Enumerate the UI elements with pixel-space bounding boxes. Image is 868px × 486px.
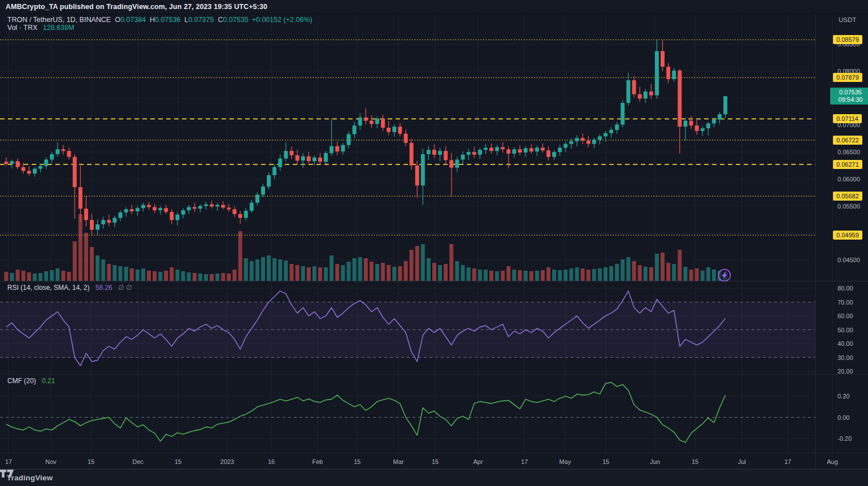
rsi-tick-label: 80.00 bbox=[837, 285, 853, 292]
volume-label: Vol · TRX bbox=[7, 24, 37, 32]
time-tick-label: Jul bbox=[738, 458, 746, 465]
time-tick-label: 2023 bbox=[220, 458, 234, 465]
rsi-tick-label: 30.00 bbox=[837, 354, 853, 361]
time-tick-label: 15 bbox=[432, 458, 439, 465]
tradingview-published-chart: TRON / TetherUS, 1D, BINANCEO0.07384H0.0… bbox=[0, 0, 868, 486]
time-tick-label: Nov bbox=[45, 458, 57, 465]
time-tick-label: Feb bbox=[313, 458, 323, 465]
ohlc-key: H bbox=[150, 16, 155, 24]
ohlc-values: O0.07384H0.07536L0.07375C0.07535 bbox=[111, 16, 249, 24]
volume-value: 128.638M bbox=[43, 24, 75, 32]
change-value: +0.00152 (+2.06%) bbox=[252, 16, 313, 24]
price-tick-label: 0.05500 bbox=[837, 203, 860, 210]
rsi-legend-title: RSI (14, close, SMA, 14, 2) bbox=[7, 284, 89, 292]
time-tick-label: 15 bbox=[175, 458, 181, 465]
rsi-tick-label: 40.00 bbox=[837, 340, 853, 347]
bar-countdown: 09:54:30 bbox=[832, 96, 868, 103]
price-level-label[interactable]: 0.08579 bbox=[833, 35, 862, 44]
ohlc-value: 0.07375 bbox=[188, 16, 214, 24]
time-tick-label: 15 bbox=[354, 458, 361, 465]
ohlc-value: 0.07384 bbox=[120, 16, 146, 24]
last-price-label[interactable]: 0.07535 09:54:30 bbox=[830, 88, 868, 105]
price-level-label[interactable]: 0.05682 bbox=[833, 192, 862, 201]
label-overlay: TRON / TetherUS, 1D, BINANCEO0.07384H0.0… bbox=[0, 0, 868, 486]
time-tick-label: 17 bbox=[784, 458, 791, 465]
rsi-value: 58.26 bbox=[96, 284, 112, 292]
rsi-tick-label: 60.00 bbox=[837, 313, 853, 319]
symbol-title: TRON / TetherUS, 1D, BINANCE bbox=[7, 16, 111, 24]
rsi-tick-label: 70.00 bbox=[837, 299, 853, 306]
price-level-label[interactable]: 0.07114 bbox=[833, 114, 862, 123]
price-level-label[interactable]: 0.06271 bbox=[833, 160, 862, 169]
time-tick-label: 15 bbox=[692, 458, 698, 465]
price-level-label[interactable]: 0.04959 bbox=[833, 231, 862, 240]
time-tick-label: Apr bbox=[473, 458, 483, 465]
price-tick-label: 0.04500 bbox=[837, 257, 860, 263]
price-level-label[interactable]: 0.07879 bbox=[833, 73, 862, 82]
last-price-value: 0.07535 bbox=[832, 89, 868, 96]
footer-bar: TradingView bbox=[0, 469, 868, 486]
time-tick-label: May bbox=[559, 458, 571, 465]
time-tick-label: Dec bbox=[132, 458, 144, 465]
price-tick-label: 0.06000 bbox=[837, 176, 860, 183]
price-level-label[interactable]: 0.06722 bbox=[833, 136, 862, 145]
volume-legend[interactable]: Vol · TRX 128.638M bbox=[7, 24, 74, 32]
price-axis-unit: USDT bbox=[839, 16, 856, 23]
attribution-bar: AMBCrypto_TA published on TradingView.co… bbox=[0, 0, 868, 14]
symbol-legend[interactable]: TRON / TetherUS, 1D, BINANCEO0.07384H0.0… bbox=[7, 16, 313, 24]
price-tick-label: 0.06500 bbox=[837, 149, 860, 155]
cmf-tick-label: 0.00 bbox=[837, 414, 849, 421]
cmf-value: 0.21 bbox=[42, 377, 55, 385]
time-tick-label: 15 bbox=[88, 458, 94, 465]
rsi-tick-label: 20.00 bbox=[837, 368, 853, 375]
ohlc-value: 0.07536 bbox=[155, 16, 180, 24]
time-tick-label: Mar bbox=[393, 458, 404, 465]
rsi-tick-label: 50.00 bbox=[837, 327, 853, 333]
ohlc-key: O bbox=[115, 16, 120, 24]
cmf-legend-title: CMF (20) bbox=[7, 377, 36, 385]
cmf-tick-label: 0.20 bbox=[837, 393, 849, 400]
rsi-legend[interactable]: RSI (14, close, SMA, 14, 2) 58.26 ∅ ∅ bbox=[7, 284, 132, 292]
time-tick-label: 17 bbox=[521, 458, 528, 465]
cmf-legend[interactable]: CMF (20) 0.21 bbox=[7, 377, 55, 385]
ohlc-value: 0.07535 bbox=[223, 16, 248, 24]
cmf-tick-label: -0.20 bbox=[837, 435, 852, 442]
rsi-hidden-ma-values: ∅ ∅ bbox=[118, 284, 132, 292]
time-tick-label: 16 bbox=[268, 458, 275, 465]
tradingview-logo-icon[interactable] bbox=[0, 470, 14, 478]
time-tick-label: Jun bbox=[650, 458, 660, 465]
time-tick-label: 17 bbox=[5, 458, 12, 465]
time-tick-label: 15 bbox=[602, 458, 609, 465]
time-tick-label: Aug bbox=[827, 458, 838, 465]
attribution-text: AMBCrypto_TA published on TradingView.co… bbox=[6, 3, 267, 11]
